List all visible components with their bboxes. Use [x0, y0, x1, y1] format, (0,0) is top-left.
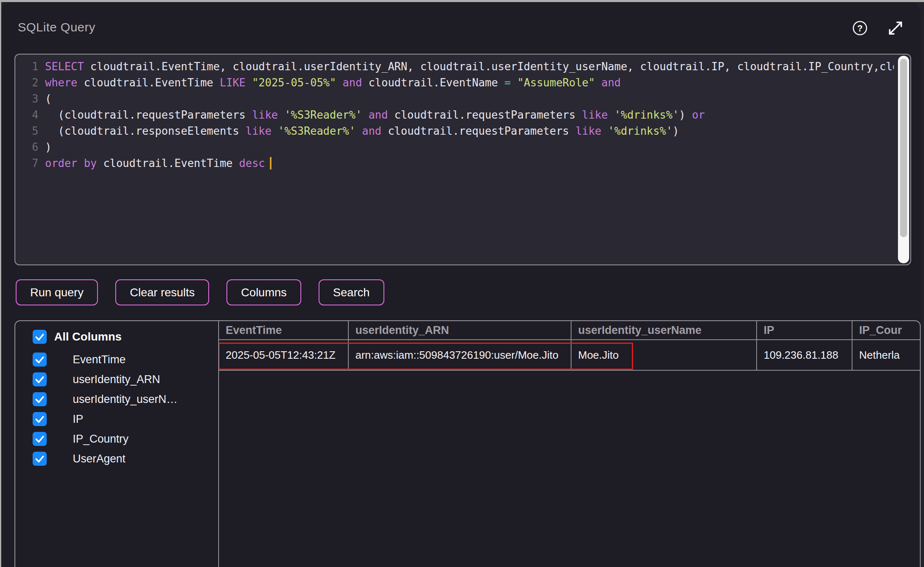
columns-button[interactable]: Columns [226, 279, 301, 305]
code-token: '%drinks%' [614, 109, 679, 121]
code-token: SELECT [45, 60, 84, 73]
code-line: 5 (cloudtrail.responseElements like '%S3… [15, 123, 894, 139]
line-number: 4 [15, 107, 38, 123]
code-token: '%S3Reader%' [284, 109, 362, 121]
code-token: cloudtrail.EventTime, cloudtrail.userIde… [84, 60, 894, 73]
line-number: 5 [15, 123, 38, 139]
code-token: (cloudtrail.responseElements [45, 125, 245, 137]
line-number: 6 [15, 139, 38, 155]
code-token: and [362, 125, 381, 137]
code-token: like [252, 109, 278, 121]
code-text: order by cloudtrail.EventTime desc [45, 155, 271, 172]
code-token [245, 76, 252, 89]
header-cell-ip: IP [757, 321, 853, 339]
column-toggle-useragent: UserAgent [33, 449, 218, 469]
checkbox-checked-icon[interactable] [33, 412, 47, 426]
code-text: ( [45, 91, 52, 107]
code-lines: 1 SELECT cloudtrail.EventTime, cloudtrai… [15, 59, 894, 264]
run-query-button[interactable]: Run query [16, 279, 98, 305]
header-cell-useridentity-arn: userIdentity_ARN [349, 321, 572, 339]
code-token: like [576, 125, 602, 137]
header-actions: ? [850, 19, 905, 38]
line-number: 7 [15, 155, 38, 172]
header-cell-ip-country: IP_Cour [853, 321, 920, 339]
code-token [271, 125, 278, 137]
line-number: 3 [15, 91, 38, 107]
header-cell-eventtime: EventTime [219, 321, 349, 339]
page-title: SQLite Query [18, 20, 95, 34]
column-toggle-eventtime: EventTime [33, 350, 218, 369]
checkbox-checked-icon[interactable] [33, 372, 47, 386]
code-token: cloudtrail.EventTime [77, 76, 219, 89]
code-token: '%S3Reader%' [278, 125, 356, 137]
editor-scrollbar-thumb[interactable] [900, 59, 907, 237]
help-icon[interactable]: ? [850, 19, 869, 38]
column-toggle-ip-country: IP_Country [33, 429, 218, 449]
code-token: cloudtrail.requestParameters [388, 109, 582, 121]
code-token [608, 109, 614, 121]
sql-editor[interactable]: 1 SELECT cloudtrail.EventTime, cloudtrai… [14, 54, 911, 265]
column-toggle-label: userIdentity_userN… [73, 393, 178, 406]
column-toggle-label: UserAgent [73, 453, 126, 465]
line-number: 2 [15, 75, 38, 91]
code-text: SELECT cloudtrail.EventTime, cloudtrail.… [45, 59, 894, 75]
column-toggle-all-columns: All Columns [33, 327, 218, 347]
cell-ip: 109.236.81.188 [757, 340, 853, 370]
code-token: LIKE [220, 76, 246, 89]
code-token [278, 109, 285, 121]
code-token [511, 76, 517, 89]
code-token: ) [45, 141, 52, 153]
cell-eventtime: 2025-05-05T12:43:21Z [219, 340, 349, 370]
code-token: order by [45, 157, 97, 169]
columns-panel: All Columns EventTime userIdentity_ARN u… [15, 321, 219, 567]
header-cell-useridentity-username: userIdentity_userName [572, 321, 757, 339]
code-text: where cloudtrail.EventTime LIKE "2025-05… [45, 75, 621, 91]
checkbox-checked-icon[interactable] [33, 392, 47, 406]
code-token: desc [239, 157, 265, 169]
cell-ip-country: Netherla [853, 340, 920, 370]
code-line: 4 (cloudtrail.requestParameters like '%S… [15, 107, 894, 123]
column-toggle-useridentity-username: userIdentity_userN… [33, 389, 218, 409]
table-header-row: EventTime userIdentity_ARN userIdentity_… [219, 321, 920, 340]
page: SQLite Query ? 1 SELECT cloudtrail.Event… [0, 0, 924, 567]
sqlite-query-panel: SQLite Query ? 1 SELECT cloudtrail.Event… [1, 2, 921, 567]
code-token: ) [679, 109, 692, 121]
code-token: and [343, 76, 362, 89]
column-toggle-useridentity-arn: userIdentity_ARN [33, 369, 218, 389]
checkbox-checked-icon[interactable] [33, 452, 47, 466]
code-text: (cloudtrail.requestParameters like '%S3R… [45, 107, 705, 123]
code-token: cloudtrail.EventTime [97, 157, 239, 169]
search-button[interactable]: Search [319, 279, 384, 305]
code-text: (cloudtrail.responseElements like '%S3Re… [45, 123, 679, 139]
code-line: 2 where cloudtrail.EventTime LIKE "2025-… [15, 75, 894, 91]
results-container: All Columns EventTime userIdentity_ARN u… [14, 320, 921, 567]
checkbox-checked-icon[interactable] [33, 353, 47, 367]
code-token: ) [672, 125, 679, 137]
line-number: 1 [15, 59, 38, 75]
code-token [336, 76, 343, 89]
checkbox-checked-icon[interactable] [33, 330, 47, 344]
code-token: like [582, 109, 608, 121]
checkbox-checked-icon[interactable] [33, 432, 47, 446]
column-toggle-label: IP_Country [73, 433, 129, 446]
code-token: like [245, 125, 271, 137]
code-token: (cloudtrail.requestParameters [45, 109, 252, 121]
column-toggle-label: All Columns [54, 330, 121, 343]
expand-icon[interactable] [886, 19, 905, 38]
code-token [355, 125, 362, 137]
column-toggle-label: EventTime [73, 353, 126, 366]
code-line: 7 order by cloudtrail.EventTime desc [15, 155, 894, 172]
code-token: or [692, 109, 705, 121]
code-token: and [369, 109, 388, 121]
code-token [362, 109, 369, 121]
text-cursor [270, 157, 271, 169]
table-row: 2025-05-05T12:43:21Z arn:aws:iam::509843… [219, 340, 920, 371]
clear-results-button[interactable]: Clear results [115, 279, 209, 305]
code-line: 6 ) [15, 139, 894, 155]
editor-scrollbar-track[interactable] [898, 56, 909, 263]
code-token: where [45, 76, 77, 89]
code-token [595, 76, 602, 89]
code-line: 3 ( [15, 91, 894, 107]
results-table: EventTime userIdentity_ARN userIdentity_… [219, 321, 920, 567]
code-token: cloudtrail.EventName [362, 76, 504, 89]
